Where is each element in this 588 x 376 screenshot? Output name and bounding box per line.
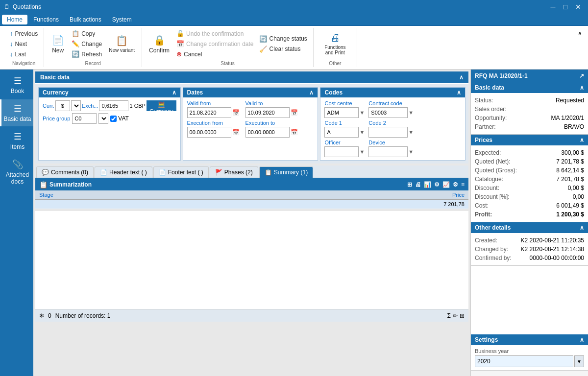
sidebar-item-book[interactable]: ☰ Book — [0, 71, 33, 98]
navigation-buttons: ↑ Previous ↓ Next ↓ Last — [8, 29, 40, 59]
cancel-icon: ⊗ — [176, 50, 182, 58]
officer-input[interactable] — [324, 146, 359, 157]
clear-status-icon: 🧹 — [259, 46, 267, 53]
right-other-details-header[interactable]: Other details ∧ — [471, 222, 588, 233]
right-basic-data-header[interactable]: Basic data ∧ — [471, 82, 588, 93]
basic-data-section-header[interactable]: Basic data ∧ — [35, 71, 468, 83]
previous-icon: ↑ — [10, 30, 13, 37]
quoted-net-row: Quoted (Net): 7 201,78 $ — [475, 157, 584, 166]
status-row: Status: Requested — [475, 96, 584, 105]
right-settings-chevron: ∧ — [580, 336, 584, 343]
maximize-button[interactable]: □ — [561, 3, 570, 11]
refresh-button[interactable]: 🔄 Refresh — [70, 49, 104, 59]
right-panel: RFQ MA 1/2020/1-1 ↗ Basic data ∧ Status:… — [470, 70, 588, 376]
exec-from-row: Execution from 📅 Execution to — [187, 120, 314, 138]
last-button[interactable]: ↓ Last — [8, 49, 40, 59]
price-group-input[interactable] — [72, 113, 97, 124]
right-settings-body: Business year ▼ — [471, 345, 588, 370]
code2-btn[interactable]: ▼ — [408, 129, 414, 135]
basic-data-grid: Currency ∧ Curr. ▼ Exch... 1 GBP — [35, 84, 468, 164]
code2-input[interactable] — [368, 127, 408, 138]
next-button[interactable]: ↓ Next — [8, 39, 40, 48]
sidebar-item-attached-docs[interactable]: 📎 Attached docs — [0, 155, 33, 189]
business-year-input[interactable] — [475, 355, 573, 367]
edit-icon[interactable]: ✏ — [453, 312, 458, 319]
cancel-button[interactable]: ⊗ Cancel — [174, 49, 255, 59]
exec-from-input[interactable] — [187, 127, 231, 138]
tab-comments[interactable]: 💬 Comments (0) — [36, 166, 94, 178]
exec-to-group: Execution to 📅 — [245, 120, 298, 138]
exec-from-calendar[interactable]: 📅 — [232, 129, 240, 136]
currency-exchange-button[interactable]: 🧮 Currency exc... — [147, 100, 176, 111]
undo-confirmation-button[interactable]: 🔓 Undo the confirmation — [174, 29, 255, 38]
new-button[interactable]: 📄 New — [48, 32, 68, 56]
summary-tree-icon[interactable]: ⊞ — [407, 181, 412, 188]
code1-btn[interactable]: ▼ — [359, 129, 365, 135]
copy-button[interactable]: 📋 Copy — [70, 29, 104, 38]
ribbon-collapse[interactable]: ∧ — [576, 28, 584, 67]
officer-btn[interactable]: ▼ — [359, 149, 365, 155]
cost-centre-input[interactable] — [324, 107, 359, 118]
device-input[interactable] — [368, 146, 408, 157]
change-button[interactable]: ✏️ Change — [70, 39, 104, 48]
contract-code-btn[interactable]: ▼ — [408, 110, 414, 116]
nav-label: Navigation — [8, 59, 40, 66]
change-status-button[interactable]: 🔄 Change status — [257, 34, 309, 44]
new-variant-button[interactable]: 📋 New variant — [106, 33, 138, 55]
valid-from-calendar[interactable]: 📅 — [232, 109, 240, 116]
summary-settings-icon[interactable]: ⚙ — [434, 181, 440, 188]
sum-icon[interactable]: Σ — [447, 312, 451, 319]
copy-icon: 📋 — [72, 30, 79, 37]
app-icon: 🗒 — [4, 3, 10, 10]
exch-denom: 1 GBP — [129, 103, 145, 109]
sidebar-item-items[interactable]: ☰ Items — [0, 127, 33, 154]
expected-row: Expected: 300,00 $ — [475, 148, 584, 157]
right-prices-header[interactable]: Prices ∧ — [471, 135, 588, 145]
exch-input[interactable] — [99, 100, 128, 111]
contract-code-input[interactable] — [368, 107, 408, 118]
export-icon[interactable]: ⊞ — [460, 312, 465, 319]
currency-chevron: ∧ — [172, 89, 176, 96]
summary-chart-bar-icon[interactable]: 📊 — [424, 181, 431, 188]
tab-footer-text[interactable]: 📄 Footer text ( ) — [153, 166, 209, 178]
price-group-select[interactable]: ▼ — [98, 113, 108, 124]
code1-input[interactable] — [324, 127, 359, 138]
functions-print-button[interactable]: 🖨 Functions and Print — [318, 30, 353, 57]
business-year-select-btn[interactable]: ▼ — [574, 355, 584, 367]
right-settings-header[interactable]: Settings ∧ — [471, 334, 588, 345]
tab-header-text[interactable]: 📄 Header text ( ) — [95, 166, 152, 178]
tab-phases[interactable]: 🚩 Phases (2) — [210, 166, 258, 178]
valid-to-input[interactable] — [245, 107, 290, 118]
curr-input[interactable] — [55, 100, 70, 111]
summary-config-icon[interactable]: ⚙ — [453, 181, 458, 188]
tab-summary[interactable]: 📋 Summary (1) — [259, 166, 313, 178]
close-button[interactable]: ✕ — [572, 3, 584, 11]
opportunity-row: Opportunity: MA 1/2020/1 — [475, 114, 584, 122]
valid-from-input[interactable] — [187, 107, 231, 118]
clear-status-button[interactable]: 🧹 Clear status — [257, 45, 309, 54]
code2-field: Code 2 ▼ — [368, 120, 414, 138]
device-btn[interactable]: ▼ — [408, 149, 414, 155]
summary-print-icon[interactable]: 🖨 — [415, 181, 421, 188]
menu-system[interactable]: System — [107, 15, 137, 24]
minimize-button[interactable]: ─ — [548, 3, 559, 11]
summary-menu-icon[interactable]: ≡ — [461, 181, 465, 188]
cost-centre-btn[interactable]: ▼ — [359, 110, 365, 116]
summary-chart2-icon[interactable]: 📈 — [442, 181, 450, 188]
menu-home[interactable]: Home — [2, 15, 27, 24]
exec-to-input[interactable] — [245, 127, 290, 138]
confirmed-by-row: Confirmed by: 0000-00-00 00:00:00 — [475, 254, 584, 262]
curr-select[interactable]: ▼ — [71, 100, 81, 111]
confirm-button[interactable]: 🔒 Confirm — [146, 32, 172, 56]
codes-row3: Officer ▼ Device ▼ — [324, 140, 461, 157]
sidebar-item-basic-data[interactable]: ☰ Basic data — [0, 99, 33, 126]
menu-bulk-actions[interactable]: Bulk actions — [65, 15, 106, 24]
menu-functions[interactable]: Functions — [28, 15, 64, 24]
previous-button[interactable]: ↑ Previous — [8, 29, 40, 38]
valid-to-calendar[interactable]: 📅 — [291, 109, 298, 116]
other-buttons: 🖨 Functions and Print — [318, 29, 353, 59]
change-confirmation-date-button[interactable]: 📅 Change confirmation date — [174, 39, 255, 48]
exec-to-calendar[interactable]: 📅 — [291, 129, 298, 136]
rfq-external-link-icon[interactable]: ↗ — [579, 72, 584, 79]
vat-checkbox[interactable] — [110, 116, 117, 122]
